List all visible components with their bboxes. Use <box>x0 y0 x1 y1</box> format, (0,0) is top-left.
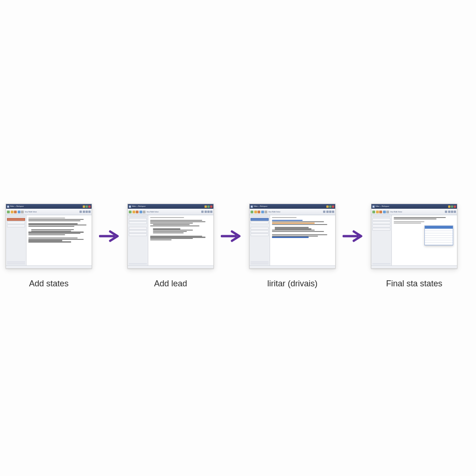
toolbar-icon <box>79 211 82 213</box>
sidebar-group <box>7 218 25 227</box>
step-caption: Add lead <box>154 279 187 289</box>
document-icon <box>372 205 375 208</box>
sidebar-group <box>251 227 269 236</box>
toolbar-icon <box>88 211 91 213</box>
text-line <box>275 228 311 229</box>
sidebar-item <box>129 218 147 221</box>
content-panel <box>148 215 213 265</box>
text-line <box>28 241 71 242</box>
window-body <box>250 215 335 265</box>
toolbar: View Width Select <box>371 209 457 215</box>
maximize-icon <box>207 205 210 208</box>
content-panel <box>392 215 457 265</box>
window-titlebar: Editor — Workspace <box>371 204 457 209</box>
sidebar-line <box>251 261 269 263</box>
text-line <box>150 239 172 240</box>
status-bar <box>6 265 92 268</box>
window-title: Editor — Workspace <box>376 205 389 207</box>
toolbar-right <box>323 211 334 213</box>
toolbar-icon <box>372 211 375 213</box>
text-line <box>28 223 78 224</box>
sidebar <box>6 215 26 265</box>
text-line <box>28 231 84 232</box>
minimize-icon <box>83 205 85 208</box>
text-line <box>272 221 324 222</box>
step-4: Editor — Workspace View Width Select <box>370 204 458 289</box>
text-line <box>394 223 421 224</box>
toolbar-icon <box>21 211 24 213</box>
step-caption: Final sta states <box>386 279 442 289</box>
sidebar-group <box>251 261 269 264</box>
toolbar-icon <box>445 211 447 213</box>
status-bar <box>128 265 213 268</box>
toolbar-text: View Width Select <box>147 211 159 213</box>
document-icon <box>129 205 131 208</box>
step-caption: liritar (drivais) <box>267 279 317 289</box>
sidebar-group <box>7 261 25 264</box>
sidebar-header <box>251 216 269 217</box>
toolbar-icon <box>326 211 329 213</box>
arrow-right-icon <box>221 230 242 242</box>
sidebar-item <box>251 227 269 230</box>
text-line <box>150 236 202 237</box>
toolbar-right <box>445 211 456 213</box>
status-bar <box>250 265 335 268</box>
window-body <box>128 215 213 265</box>
toolbar-text: View Width Select <box>25 211 37 213</box>
content-panel <box>270 215 335 265</box>
text-line <box>28 226 74 227</box>
sidebar-item <box>129 230 147 233</box>
sidebar-line <box>129 263 147 264</box>
toolbar-text: View Width Select <box>390 211 403 213</box>
toolbar: View Width Select <box>6 209 92 215</box>
highlight-line <box>272 223 315 224</box>
text-line <box>272 224 327 225</box>
window-titlebar: Editor — Workspace <box>6 204 92 209</box>
toolbar-icon <box>386 211 389 213</box>
sidebar-header <box>7 216 25 217</box>
sidebar <box>371 215 392 265</box>
text-line <box>28 240 62 241</box>
text-line <box>150 237 205 238</box>
sidebar-group <box>129 263 147 264</box>
text-line <box>394 218 436 219</box>
sidebar-item <box>129 221 147 224</box>
toolbar-icon <box>207 211 210 213</box>
text-line <box>272 236 318 237</box>
text-line <box>28 218 65 218</box>
maximize-icon <box>86 205 88 208</box>
text-line <box>153 232 184 233</box>
sidebar-group <box>372 218 390 231</box>
toolbar-icon <box>254 211 257 213</box>
text-line <box>272 230 315 231</box>
window-title: Editor — Workspace <box>132 205 145 207</box>
toolbar-icon <box>205 211 207 213</box>
thumbnail-3: Editor — Workspace View Width Select <box>249 204 336 269</box>
toolbar-icon <box>251 211 253 213</box>
document-icon <box>251 205 253 208</box>
close-icon <box>210 205 212 208</box>
toolbar: View Width Select <box>128 209 213 215</box>
step-caption: Add states <box>29 279 68 289</box>
text-line <box>153 230 193 231</box>
link-line <box>272 237 309 238</box>
text-line <box>272 234 327 235</box>
thumbnail-2: Editor — Workspace View Width Select <box>127 204 214 269</box>
link-line <box>272 220 303 221</box>
sidebar-header <box>372 216 390 217</box>
sidebar-item <box>372 218 390 221</box>
workflow-row: Editor — Workspace View Width Select <box>5 204 471 289</box>
window-body <box>371 215 457 265</box>
toolbar-icon <box>83 211 85 213</box>
text-line <box>28 234 65 235</box>
toolbar: View Width Select <box>250 209 335 215</box>
window-title: Editor — Workspace <box>254 205 267 207</box>
toolbar-icon <box>11 211 13 213</box>
thumbnail-4: Editor — Workspace View Width Select <box>371 204 457 269</box>
maximize-icon <box>451 205 453 208</box>
toolbar-icon <box>258 211 260 213</box>
text-line <box>28 220 80 221</box>
text-line <box>31 229 74 230</box>
toolbar-right <box>201 211 212 213</box>
arrow-right-icon <box>343 230 364 242</box>
